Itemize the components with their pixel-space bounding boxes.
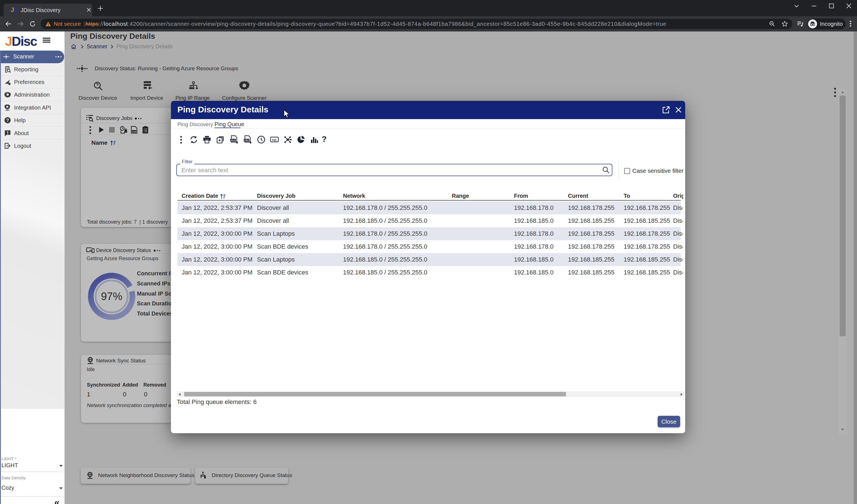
- svg-text:XLS: XLS: [231, 139, 235, 142]
- svg-text:CSV: CSV: [244, 139, 249, 142]
- svg-text:J: J: [11, 6, 14, 13]
- svg-text:?: ?: [6, 118, 9, 123]
- svg-text:SQL: SQL: [272, 139, 277, 141]
- svg-text:API: API: [5, 109, 9, 111]
